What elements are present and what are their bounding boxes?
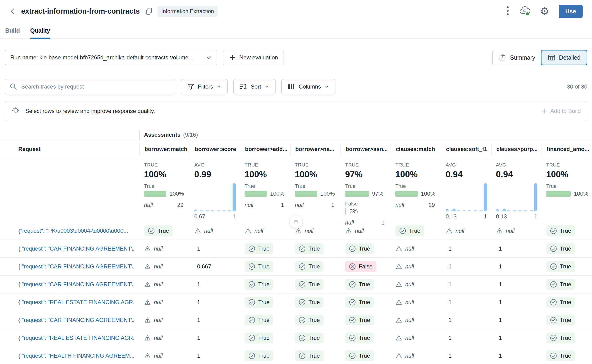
columns-icon [287,83,295,91]
column-header-borrower-add-[interactable]: borrower>add... [240,143,290,155]
check-circle-icon [248,281,255,288]
chevron-down-icon [324,84,329,89]
true-badge: True [245,315,273,325]
serving-status-button[interactable] [519,5,531,17]
results-table: Assessments (9/16) Request borrower:matc… [0,130,592,364]
check-circle-icon [299,263,306,270]
true-badge: True [245,261,273,272]
true-badge: True [295,279,324,290]
lightbulb-icon [11,106,20,116]
true-badge: True [295,332,324,343]
banner-text: Select rows to review and improve respon… [25,108,155,114]
score-value: 1 [449,352,451,359]
true-badge: True [546,279,575,290]
warning-triangle-icon [395,317,403,324]
column-header-clauses-soft_f1[interactable]: clauses:soft_f1 [441,143,491,155]
check-circle-icon [148,227,155,234]
kebab-menu-button[interactable] [506,5,509,17]
summary-clauses-purp-: AVG0.940.131 [491,162,541,226]
null-value: null [194,227,213,234]
summary-view-button[interactable]: Summary [492,50,541,65]
filter-bar: Filters Sort Columns 30 of 30 [5,79,587,94]
score-histogram: 0.131 [496,183,536,220]
check-circle-icon [248,352,255,359]
null-value: null [295,227,313,234]
table-row[interactable]: { "request": "CAR FINANCING AGREEMENT\..… [0,276,592,293]
settings-gear-button[interactable]: ⚙ [540,6,549,16]
score-value: 1 [449,281,451,288]
score-value: 1 [499,299,502,306]
warning-triangle-icon [395,299,403,306]
true-badge: True [345,350,374,361]
request-link[interactable]: { "request": "HEALTH FINANCING AGREEM... [18,352,135,359]
columns-button[interactable]: Columns [281,79,335,94]
request-link[interactable]: { "request": "REAL ESTATE FINANCING AGR.… [18,335,135,341]
null-value: null [395,317,414,324]
tab-quality[interactable]: Quality [30,23,50,39]
request-link[interactable]: { "request": "CAR FINANCING AGREEMENT\..… [18,317,135,323]
column-header-financed_amo-[interactable]: financed_amo... [541,143,592,155]
new-evaluation-button[interactable]: New evaluation [223,50,284,65]
column-header-clauses-purp-[interactable]: clauses>purp... [491,143,541,155]
column-header-request[interactable]: Request [0,146,139,152]
true-badge: True [144,225,173,236]
table-row[interactable]: { "request": "REAL ESTATE FINANCING AGR.… [0,293,592,311]
request-link[interactable]: { "request": "CAR FINANCING AGREEMENT\..… [18,281,135,288]
sort-button[interactable]: Sort [233,79,276,94]
table-row[interactable]: { "request": "CAR FINANCING AGREEMENT\..… [0,258,592,276]
score-value: 1 [449,299,451,306]
tab-build[interactable]: Build [5,23,20,39]
true-badge: True [546,297,575,308]
active-tab-underline [30,38,50,39]
check-circle-icon [248,317,255,324]
column-header-borrower-ssn-[interactable]: borrower>ssn... [340,143,391,155]
column-header-borrower-match[interactable]: borrower:match [139,143,189,155]
x-circle-icon [349,263,356,270]
search-input[interactable] [21,83,170,90]
table-row[interactable]: { "request": "HEALTH FINANCING AGREEM...… [0,347,592,364]
score-value: 1 [197,352,200,359]
column-header-borrower-score[interactable]: borrower:score [189,143,240,155]
add-to-build-button[interactable]: Add to Build [541,108,581,114]
score-value: 1 [197,245,200,252]
score-value: 1 [449,245,451,252]
summary-view-icon [499,53,507,62]
table-row[interactable]: { "request": "REAL ESTATE FINANCING AGR.… [0,329,592,347]
request-link[interactable]: {"request": "PK\u0003\u0004-\u0000\u000.… [18,228,128,234]
check-circle-icon [349,299,356,306]
collapse-summary-button[interactable] [290,215,302,228]
request-link[interactable]: { "request": "CAR FINANCING AGREEMENT\..… [18,245,135,252]
evaluation-controls: Run name: kie-base-model-bfb7265d_archik… [5,50,587,65]
summary-statistics-row: TRUE100%True100%null29AVG0.990.671TRUE10… [0,158,592,222]
use-button[interactable]: Use [559,5,583,18]
check-circle-icon [550,281,557,288]
true-badge: True [345,279,374,290]
check-circle-icon [349,352,356,359]
gear-icon: ⚙ [540,5,549,17]
check-circle-icon [349,334,356,341]
detailed-view-button[interactable]: Detailed [541,50,587,65]
table-row[interactable]: { "request": "CAR FINANCING AGREEMENT\..… [0,311,592,329]
run-name-select[interactable]: Run name: kie-base-model-bfb7265d_archik… [5,50,217,65]
true-badge: True [295,350,324,361]
null-value: null [446,227,464,234]
warning-triangle-icon [144,245,151,252]
true-badge: True [546,315,575,325]
request-link[interactable]: { "request": "REAL ESTATE FINANCING AGR.… [18,299,135,306]
column-header-clauses-match[interactable]: clauses:match [391,143,441,155]
column-header-borrower-na-[interactable]: borrower>na... [290,143,340,155]
check-circle-icon [550,317,557,324]
summary-borrower-add-: TRUE100%True100%null1 [240,162,290,226]
request-link[interactable]: { "request": "CAR FINANCING AGREEMENT\..… [18,263,135,270]
summary-borrower-match: TRUE100%True100%null29 [139,162,189,226]
copy-title-button[interactable] [145,7,153,15]
search-icon [9,83,17,91]
null-value: null [144,263,163,270]
filters-button[interactable]: Filters [181,79,228,94]
true-badge: True [295,297,324,308]
null-value: null [395,334,414,341]
chevron-down-icon [264,84,269,89]
back-button[interactable] [9,8,16,15]
table-row[interactable]: { "request": "CAR FINANCING AGREEMENT\..… [0,240,592,258]
warning-triangle-icon [345,227,352,234]
